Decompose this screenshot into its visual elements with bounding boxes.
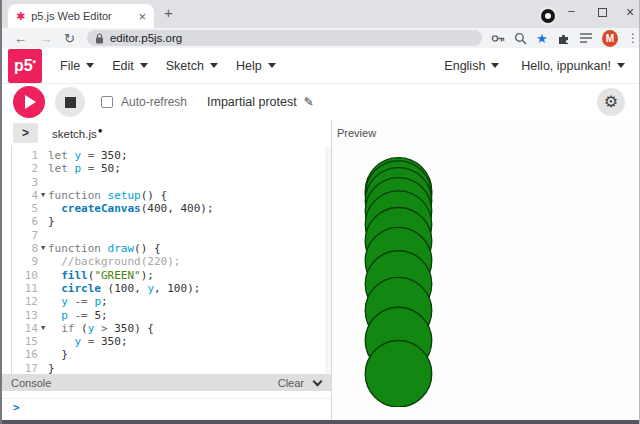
- code-token: ;: [121, 149, 128, 162]
- line-number: 14: [12, 322, 38, 335]
- menu-help[interactable]: Help: [236, 59, 276, 73]
- fold-gutter: [38, 202, 48, 215]
- code-token: ;: [114, 162, 121, 175]
- p5-favicon-icon: ✱: [16, 10, 25, 23]
- tab-title: p5.js Web Editor: [31, 10, 134, 22]
- fold-gutter: [38, 309, 48, 322]
- url-text: editor.p5js.org: [110, 32, 182, 44]
- password-key-icon[interactable]: [491, 32, 505, 45]
- window-close-button[interactable]: ×: [626, 4, 634, 20]
- code-token: =: [81, 149, 101, 162]
- extension-icon[interactable]: [557, 32, 570, 45]
- reading-list-icon[interactable]: [579, 32, 593, 44]
- code-token: y: [75, 149, 82, 162]
- line-number: 2: [12, 162, 38, 175]
- code-token: p: [61, 309, 68, 322]
- sketch-name[interactable]: Impartial protest: [207, 95, 297, 109]
- code-token: () {: [141, 189, 168, 202]
- profile-avatar[interactable]: M: [602, 30, 618, 47]
- auto-refresh-label: Auto-refresh: [121, 95, 187, 109]
- menu-sketch[interactable]: Sketch: [166, 59, 218, 73]
- menu-file[interactable]: File: [60, 59, 94, 73]
- browser-tab[interactable]: ✱ p5.js Web Editor ×: [8, 4, 154, 28]
- p5-toolbar: Auto-refresh Impartial protest ✎ ⚙: [2, 84, 639, 120]
- preview-panel: Preview: [332, 120, 639, 420]
- new-tab-button[interactable]: +: [164, 4, 173, 21]
- console-clear-button[interactable]: Clear: [278, 377, 304, 389]
- gear-icon: ⚙: [604, 94, 618, 110]
- code-line[interactable]: 7: [12, 229, 326, 242]
- code-line[interactable]: 6}: [12, 215, 326, 228]
- code-token: function: [48, 189, 108, 202]
- menu-edit[interactable]: Edit: [112, 59, 148, 73]
- line-number: 10: [12, 269, 38, 282]
- code-token: 50: [101, 162, 114, 175]
- sidebar-expand-button[interactable]: >: [13, 123, 38, 143]
- code-token: y: [147, 282, 154, 295]
- auto-refresh-checkbox[interactable]: [101, 96, 113, 108]
- code-token: );: [141, 269, 154, 282]
- console-header: Console Clear: [2, 374, 331, 391]
- code-line[interactable]: 8▼function draw() {: [12, 242, 326, 255]
- console-title: Console: [11, 377, 51, 389]
- play-button[interactable]: [13, 86, 45, 118]
- code-token: ;: [101, 295, 108, 308]
- fold-arrow-icon[interactable]: ▼: [38, 189, 48, 202]
- code-line[interactable]: 10 fill("GREEN");: [12, 269, 326, 282]
- back-icon[interactable]: ←: [14, 32, 27, 45]
- code-line[interactable]: 14▼ if (y > 350) {: [12, 322, 326, 335]
- code-line[interactable]: 16 }: [12, 348, 326, 361]
- workspace: > sketch.js● 1let y = 350;2let p = 50;34…: [2, 120, 639, 420]
- reload-icon[interactable]: ↻: [64, 32, 75, 45]
- code-line[interactable]: 15 y = 350;: [12, 335, 326, 348]
- line-number: 4: [12, 189, 38, 202]
- settings-button[interactable]: ⚙: [597, 88, 625, 116]
- code-lines[interactable]: 1let y = 350;2let p = 50;34▼function set…: [12, 146, 327, 374]
- tab-close-icon[interactable]: ×: [138, 9, 146, 24]
- code-line[interactable]: 9 //background(220);: [12, 255, 326, 268]
- code-line[interactable]: 1let y = 350;: [12, 149, 326, 162]
- file-tab-sketchjs[interactable]: sketch.js●: [52, 126, 103, 140]
- code-token: createCanvas: [61, 202, 140, 215]
- bookmark-star-icon[interactable]: ★: [536, 31, 548, 46]
- code-line[interactable]: 4▼function setup() {: [12, 189, 326, 202]
- code-line[interactable]: 17}: [12, 362, 326, 374]
- fold-arrow-icon[interactable]: ▼: [38, 242, 48, 255]
- code-token: [48, 269, 61, 282]
- code-token: (: [141, 202, 148, 215]
- line-number: 7: [12, 229, 38, 242]
- code-token: (: [88, 269, 95, 282]
- fold-gutter: [38, 335, 48, 348]
- code-token: >: [94, 322, 114, 335]
- zoom-icon[interactable]: [514, 32, 527, 45]
- code-token: setup: [108, 189, 141, 202]
- fold-gutter: [38, 215, 48, 228]
- code-line[interactable]: 5 createCanvas(400, 400);: [12, 202, 326, 215]
- account-menu[interactable]: Hello, ippunkan!: [521, 59, 625, 73]
- stop-button[interactable]: [55, 87, 85, 117]
- p5-logo[interactable]: p5*: [8, 49, 42, 83]
- code-editor[interactable]: 1let y = 350;2let p = 50;34▼function set…: [2, 146, 331, 374]
- code-token: ,: [154, 282, 167, 295]
- fold-gutter: [38, 348, 48, 361]
- lock-icon: [95, 33, 104, 44]
- line-number: 15: [12, 335, 38, 348]
- code-line[interactable]: 13 p -= 5;: [12, 309, 326, 322]
- edit-name-pencil-icon[interactable]: ✎: [304, 95, 314, 109]
- language-selector[interactable]: English: [444, 59, 499, 73]
- window-maximize-button[interactable]: [598, 8, 607, 17]
- console-prompt-icon[interactable]: >: [13, 401, 20, 414]
- code-line[interactable]: 3: [12, 176, 326, 189]
- browser-menu-icon[interactable]: ⋮: [627, 31, 639, 45]
- code-line[interactable]: 2let p = 50;: [12, 162, 326, 175]
- console-collapse-chevron-icon[interactable]: [313, 376, 323, 386]
- code-line[interactable]: 12 y -= p;: [12, 295, 326, 308]
- fold-gutter: [38, 229, 48, 242]
- code-token: }: [48, 362, 55, 374]
- code-token: "GREEN": [94, 269, 140, 282]
- address-bar[interactable]: editor.p5js.org: [87, 30, 482, 46]
- fold-arrow-icon[interactable]: ▼: [38, 322, 48, 335]
- window-minimize-button[interactable]: –: [568, 4, 575, 18]
- fold-gutter: [38, 362, 48, 374]
- code-line[interactable]: 11 circle (100, y, 100);: [12, 282, 326, 295]
